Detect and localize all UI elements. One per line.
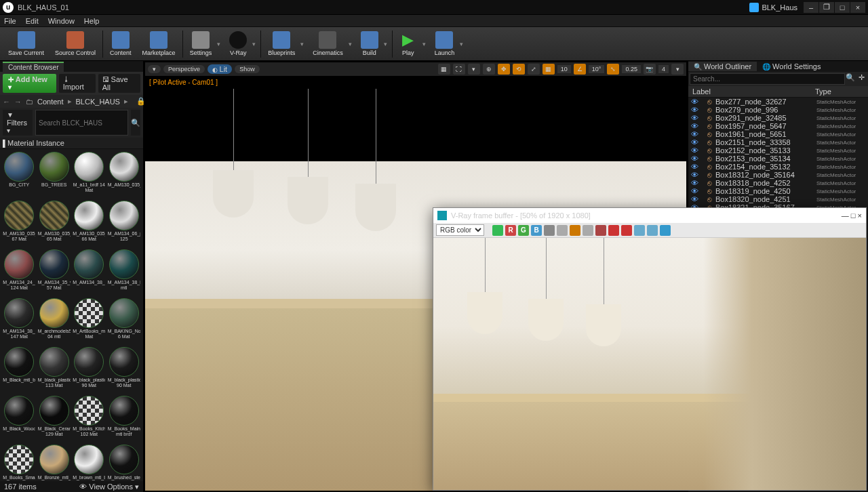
settings-button[interactable]: Settings	[184, 28, 218, 60]
snap-grid-icon[interactable]: ▦	[542, 64, 555, 75]
asset-item[interactable]: M_AM130_035_007_mtl_brdf 66 Mat	[73, 201, 106, 247]
visibility-icon[interactable]: 👁	[691, 163, 699, 171]
perspective-button[interactable]: Perspective	[163, 65, 205, 73]
asset-item[interactable]: BG_CITY	[3, 152, 36, 199]
vray-maximize-button[interactable]: □	[851, 211, 856, 220]
asset-item[interactable]: M_AM134_24_shoe_01_mtl_brdf 124 Mat	[3, 249, 36, 296]
vray-tool-icon[interactable]: G	[518, 225, 529, 236]
crumb-content[interactable]: Content	[37, 98, 64, 106]
menu-help[interactable]: Help	[84, 17, 100, 25]
save-all-button[interactable]: 🖫 Save All	[98, 74, 140, 93]
search-input[interactable]	[35, 110, 128, 136]
vray-title-bar[interactable]: V-Ray frame buffer - [50% of 1920 x 1080…	[433, 208, 866, 223]
rotate-icon[interactable]: ⟲	[513, 64, 525, 75]
world-outliner-tab[interactable]: 🔍 World Outliner	[688, 62, 757, 71]
v-ray-button[interactable]: V-Ray	[224, 28, 252, 60]
visibility-icon[interactable]: 👁	[691, 114, 699, 122]
import-button[interactable]: ⭳ Import	[59, 74, 96, 93]
grid-size[interactable]: 10	[557, 65, 571, 73]
build-button[interactable]: Build	[355, 28, 384, 60]
channel-select[interactable]: RGB color	[436, 224, 484, 236]
scale-icon[interactable]: ⤢	[528, 64, 540, 75]
vray-tool-icon[interactable]: B	[531, 225, 542, 236]
project-indicator[interactable]: BLK_Haus	[749, 3, 797, 12]
vray-tool-icon[interactable]	[583, 225, 593, 236]
vray-tool-icon[interactable]	[557, 225, 568, 236]
launch-button[interactable]: Launch	[429, 28, 460, 60]
asset-item[interactable]: M_black_plastic_mtl_brdf 90 Mat	[73, 347, 106, 394]
vray-tool-icon[interactable]	[608, 225, 619, 236]
content-button[interactable]: Content	[104, 28, 137, 60]
close-button[interactable]: ×	[850, 2, 865, 13]
asset-item[interactable]: M_AM130_035_003_mtl_brdf 67 Mat	[3, 201, 36, 247]
outliner-row[interactable]: 👁⎋Box2152_node_35133StaticMeshActor	[688, 146, 868, 155]
crumb-folder[interactable]: BLCK_HAUS	[76, 98, 120, 106]
vray-tool-icon[interactable]	[595, 225, 606, 236]
maximize-button[interactable]: □	[835, 2, 850, 13]
camera-speed-icon[interactable]: 📷	[644, 64, 656, 75]
asset-item[interactable]: M_AM134_38_sticker_mtl_brdf 147 Mat	[3, 298, 36, 345]
lit-button[interactable]: ◐ Lit	[208, 64, 232, 74]
asset-item[interactable]: M_archmodels52_005 04 mtl	[38, 298, 71, 345]
vray-frame-buffer-window[interactable]: V-Ray frame buffer - [50% of 1920 x 1080…	[433, 207, 867, 491]
outliner-row[interactable]: 👁⎋Box2153_node_35134StaticMeshActor	[688, 155, 868, 163]
show-button[interactable]: Show	[235, 65, 260, 73]
menu-edit[interactable]: Edit	[26, 17, 39, 25]
visibility-icon[interactable]: 👁	[691, 187, 699, 195]
outliner-row[interactable]: 👁⎋Box277_node_32627StaticMeshActor	[688, 98, 868, 106]
outliner-row[interactable]: 👁⎋Box2154_node_35132StaticMeshActor	[688, 163, 868, 171]
asset-item[interactable]: M_AM134_38_bottle_glass_white mtl	[108, 249, 141, 296]
outliner-row[interactable]: 👁⎋Box18318_node_4252StaticMeshActor	[688, 179, 868, 187]
immersive-icon[interactable]: ⛶	[453, 64, 465, 75]
vray-tool-icon[interactable]	[492, 225, 503, 236]
asset-item[interactable]: M_Black_Wood_mtl_brdf_14_Mat	[3, 396, 36, 443]
outliner-row[interactable]: 👁⎋Box18320_node_4251StaticMeshActor	[688, 195, 868, 203]
outliner-row[interactable]: 👁⎋Box1961_node_5651StaticMeshActor	[688, 130, 868, 138]
snap-angle-icon[interactable]: ∠	[574, 64, 586, 75]
add-filter-icon[interactable]: ✛	[856, 73, 867, 85]
world-settings-tab[interactable]: 🌐 World Settings	[757, 62, 826, 71]
visibility-icon[interactable]: 👁	[691, 171, 699, 179]
cinematics-button[interactable]: Cinematics	[307, 28, 349, 60]
vray-tool-icon[interactable]	[621, 225, 632, 236]
source-control-button[interactable]: Source Control	[50, 28, 101, 60]
visibility-icon[interactable]: 👁	[691, 98, 699, 106]
visibility-icon[interactable]: 👁	[691, 130, 699, 138]
asset-item[interactable]: M_Books_Small_Shelf_Mat	[3, 445, 36, 481]
asset-item[interactable]: M_AM134_06_paper_bas_brdf 125	[108, 201, 141, 247]
asset-item[interactable]: M_a11_brdf 14 Mat	[73, 152, 106, 199]
menu-window[interactable]: Window	[48, 17, 75, 25]
bookmark-icon[interactable]: ▾	[468, 64, 480, 75]
vray-close-button[interactable]: ×	[858, 211, 862, 220]
folder-icon[interactable]: 🗀	[26, 98, 33, 106]
restore-button[interactable]: ❐	[819, 2, 834, 13]
visibility-icon[interactable]: 👁	[691, 138, 699, 146]
view-options-button[interactable]: 👁 View Options ▾	[79, 483, 139, 491]
asset-item[interactable]: M_AM130_035_005_mtl_brdf 65 Mat	[38, 201, 71, 247]
outliner-row[interactable]: 👁⎋Box1957_node_5647StaticMeshActor	[688, 122, 868, 130]
visibility-icon[interactable]: 👁	[691, 122, 699, 130]
vray-tool-icon[interactable]	[570, 225, 580, 236]
asset-item[interactable]: M_Bronze_mtl_brdf_40_Mat	[38, 445, 71, 481]
viewport-menu-button[interactable]: ▾	[148, 65, 161, 73]
outliner-search-input[interactable]	[690, 73, 845, 85]
visibility-icon[interactable]: 👁	[691, 146, 699, 155]
vray-tool-icon[interactable]: R	[505, 225, 516, 236]
nav-back-icon[interactable]: ←	[3, 98, 10, 106]
asset-item[interactable]: M_ArtBooks_mtl_mtl_mtl_64 Mat	[73, 298, 106, 345]
minimize-button[interactable]: –	[804, 2, 818, 13]
menu-file[interactable]: File	[4, 17, 16, 25]
visibility-icon[interactable]: 👁	[691, 195, 699, 203]
outliner-row[interactable]: 👁⎋Box18319_node_4250StaticMeshActor	[688, 187, 868, 195]
marketplace-button[interactable]: Marketplace	[137, 28, 181, 60]
angle-size[interactable]: 10°	[589, 65, 605, 73]
game-view-icon[interactable]: ▦	[438, 64, 450, 75]
asset-item[interactable]: M_AM134_35_water_mtl_brdf 57 Mat	[38, 249, 71, 296]
filters-button[interactable]: ▼ Filters ▾	[3, 110, 33, 136]
nav-fwd-icon[interactable]: →	[14, 98, 22, 106]
asset-item[interactable]: M_brushed_steel_mtl_brdf_89_Mat	[108, 445, 141, 481]
type-column[interactable]: Type	[815, 87, 864, 96]
label-column[interactable]: Label	[692, 87, 815, 96]
transform-icon[interactable]: ⊕	[483, 64, 495, 75]
vray-minimize-button[interactable]: —	[842, 211, 849, 220]
